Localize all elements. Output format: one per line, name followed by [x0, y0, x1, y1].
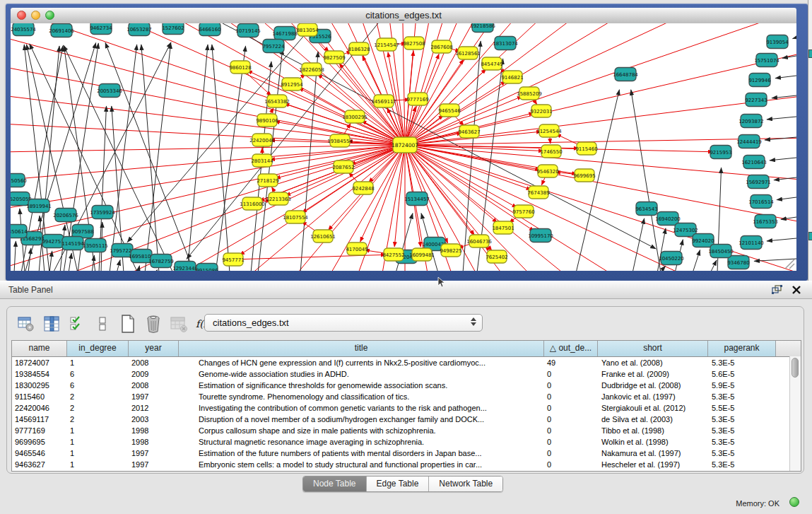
- column-header-3[interactable]: title: [179, 341, 544, 356]
- graph-node[interactable]: 9498225: [440, 244, 461, 257]
- graph-node[interactable]: 9634543: [635, 202, 657, 216]
- graph-node[interactable]: 9463627: [458, 125, 480, 138]
- graph-node[interactable]: 8454749: [481, 57, 502, 70]
- graph-node[interactable]: 20691406: [49, 24, 74, 37]
- column-header-0[interactable]: name: [12, 341, 67, 356]
- graph-node[interactable]: 8813054: [296, 23, 319, 36]
- graph-node[interactable]: 13505115: [83, 239, 108, 252]
- delete-entries-icon[interactable]: [144, 315, 163, 333]
- graph-node[interactable]: 20053346: [97, 84, 122, 98]
- column-header-5[interactable]: short: [598, 341, 708, 356]
- graph-node[interactable]: 15885209: [517, 87, 542, 100]
- graph-node[interactable]: 2803144: [251, 154, 273, 167]
- table-row[interactable]: 911546021997Tourette syndrome. Phenomeno…: [12, 391, 801, 402]
- graph-node[interactable]: 10719145: [235, 24, 261, 37]
- graph-node[interactable]: 8912954: [281, 78, 303, 90]
- table-selector-dropdown[interactable]: citations_edges.txt: [204, 314, 483, 332]
- tab-edge-table[interactable]: Edge Table: [366, 477, 429, 491]
- graph-node[interactable]: 2718129: [257, 174, 278, 187]
- graph-node[interactable]: 20206576: [53, 209, 78, 222]
- graph-node[interactable]: 16128561: [455, 47, 481, 59]
- table-settings-icon[interactable]: [17, 315, 35, 333]
- graph-node[interactable]: 12213363: [266, 192, 291, 205]
- graph-node[interactable]: 20550560: [11, 174, 27, 187]
- graph-node[interactable]: 9462734: [90, 23, 112, 35]
- network-canvas[interactable]: 2403557420691406946273410653287152760264…: [11, 23, 796, 271]
- table-row[interactable]: 1938455462009Genome-wide association stu…: [12, 368, 801, 380]
- graph-node[interactable]: 12093872: [739, 115, 764, 128]
- graph-node[interactable]: 17359924: [90, 206, 115, 219]
- graph-node[interactable]: 16046736: [466, 235, 492, 247]
- select-columns-icon[interactable]: [42, 315, 61, 333]
- graph-node[interactable]: 24035574: [11, 23, 36, 36]
- graph-node[interactable]: 18300295: [342, 110, 367, 123]
- graph-node[interactable]: 16210643: [741, 156, 767, 169]
- tab-node-table[interactable]: Node Table: [303, 477, 366, 491]
- graph-node[interactable]: 9242848: [352, 182, 374, 194]
- graph-node[interactable]: 7957224: [262, 40, 285, 53]
- graph-node[interactable]: 4170049: [346, 243, 367, 255]
- table-row[interactable]: 946362711997Embryonic stem cells: a mode…: [12, 459, 801, 470]
- graph-node[interactable]: 15134457: [404, 192, 430, 206]
- graph-node[interactable]: 9146821: [501, 71, 523, 83]
- graph-node[interactable]: 9322031: [530, 105, 552, 117]
- graph-node[interactable]: 15692971: [746, 175, 771, 189]
- graph-node[interactable]: 1350614: [11, 225, 28, 238]
- graph-node[interactable]: 19384554: [327, 134, 353, 147]
- new-document-icon[interactable]: [119, 315, 137, 333]
- graph-node[interactable]: 16543382: [264, 95, 290, 107]
- graph-node[interactable]: 11316000: [240, 197, 265, 210]
- table-scrollbar[interactable]: [789, 356, 801, 471]
- graph-node[interactable]: 11675353: [753, 215, 778, 228]
- graph-node[interactable]: 18226058: [299, 63, 324, 76]
- row-checks-icon[interactable]: [68, 315, 86, 333]
- graph-node[interactable]: 11254544: [536, 124, 562, 137]
- graph-node[interactable]: 8186328: [348, 42, 370, 55]
- graph-node[interactable]: 12923448: [172, 262, 198, 271]
- graph-node[interactable]: 16782759: [148, 255, 174, 268]
- graph-node[interactable]: 9827508: [403, 37, 425, 49]
- table-row[interactable]: 1830029562008Estimation of significance …: [12, 380, 801, 391]
- tab-network-table[interactable]: Network Table: [428, 477, 502, 491]
- resize-grip-icon[interactable]: [784, 258, 795, 269]
- graph-node[interactable]: 1145194: [61, 237, 84, 250]
- graph-node[interactable]: 1847501: [492, 221, 514, 234]
- table-row[interactable]: 2242004622012Investigating the contribut…: [12, 402, 801, 414]
- graph-node[interactable]: 6466160: [199, 23, 220, 36]
- graph-node[interactable]: 9129946: [748, 74, 771, 87]
- graph-node[interactable]: 9942757: [42, 235, 64, 248]
- graph-node[interactable]: 9890106: [256, 114, 278, 127]
- graph-node[interactable]: 18107554: [283, 211, 308, 223]
- graph-node[interactable]: 9139054: [766, 35, 789, 49]
- graph-node[interactable]: 1527602: [162, 23, 184, 35]
- window-titlebar[interactable]: citations_edges.txt: [11, 8, 796, 24]
- graph-node[interactable]: 16099481: [409, 248, 435, 261]
- graph-node[interactable]: 15751074: [754, 54, 779, 67]
- table-row[interactable]: 1872400712008Changes of HCN gene express…: [12, 357, 801, 368]
- graph-node[interactable]: 9699695: [573, 169, 595, 182]
- graph-node[interactable]: 9215953: [710, 146, 731, 159]
- graph-node[interactable]: 17016514: [748, 195, 774, 209]
- graph-node[interactable]: 2087652: [332, 160, 354, 173]
- graph-node[interactable]: 12444419: [736, 135, 762, 148]
- graph-node[interactable]: 9465546: [438, 104, 461, 117]
- graph-node[interactable]: 9346780: [727, 256, 749, 269]
- float-panel-icon[interactable]: [772, 285, 782, 294]
- graph-node[interactable]: 9115460: [575, 142, 597, 155]
- column-header-4[interactable]: △ out_de...: [544, 341, 598, 356]
- graph-node[interactable]: 9757760: [512, 205, 534, 218]
- graph-node[interactable]: 9097588: [71, 225, 93, 238]
- graph-node[interactable]: 14569117: [371, 95, 396, 107]
- graph-node[interactable]: 12154547: [374, 38, 399, 51]
- graph-node[interactable]: 18724007: [392, 137, 418, 153]
- graph-node[interactable]: 7625402: [486, 250, 507, 263]
- scrollbar-thumb[interactable]: [792, 358, 799, 378]
- column-header-1[interactable]: in_degree: [67, 341, 129, 356]
- close-panel-icon[interactable]: [792, 286, 801, 294]
- graph-node[interactable]: 10995170: [528, 229, 553, 243]
- table-row[interactable]: 946554611997Estimation of the future num…: [12, 448, 801, 459]
- graph-node[interactable]: 14671988: [272, 27, 298, 40]
- graph-node[interactable]: 22420046: [249, 134, 275, 146]
- merge-rows-icon[interactable]: [93, 315, 112, 333]
- graph-node[interactable]: 7674389: [527, 186, 549, 199]
